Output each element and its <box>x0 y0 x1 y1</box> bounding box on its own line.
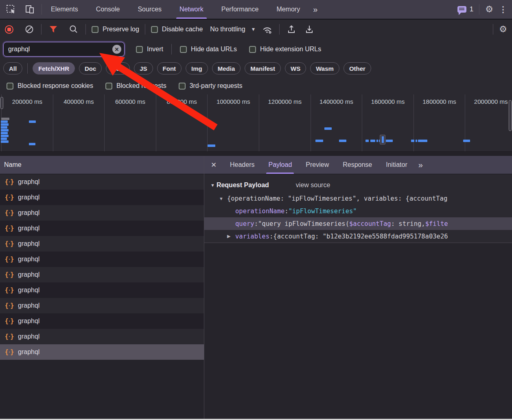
tab-network[interactable]: Network <box>171 0 212 19</box>
request-bar <box>208 144 215 147</box>
checkbox[interactable] <box>179 83 186 90</box>
filter-funnel-icon[interactable] <box>47 23 59 35</box>
search-icon[interactable] <box>68 23 80 35</box>
export-har-icon[interactable] <box>303 23 315 35</box>
request-bar <box>370 140 375 142</box>
json-icon-glyph: } <box>10 333 14 340</box>
toggle-blocked-requests[interactable]: Blocked requests <box>105 82 166 90</box>
clear-network-log-icon[interactable] <box>23 23 35 35</box>
request-list-panel: Name {·}graphql{·}graphql{·}graphql{·}gr… <box>0 156 204 419</box>
overview-right-handle[interactable] <box>509 100 512 131</box>
more-options-icon[interactable]: ⋮ <box>499 5 507 13</box>
close-icon[interactable]: ✕ <box>204 156 223 174</box>
name-column-header[interactable]: Name <box>0 156 204 174</box>
toggle-blocked-response-cookies[interactable]: Blocked response cookies <box>7 82 93 90</box>
json-icon: {·} <box>5 317 14 325</box>
tab-response[interactable]: Response <box>336 156 379 174</box>
request-payload-header[interactable]: ▼ Request Payload view source <box>204 178 512 192</box>
tab-sources[interactable]: Sources <box>129 0 171 19</box>
filter-chip-media[interactable]: Media <box>212 62 241 74</box>
more-detail-tabs-icon[interactable]: » <box>414 156 426 174</box>
filter-chip-ws[interactable]: WS <box>285 62 306 74</box>
hide-data-urls-toggle[interactable]: Hide data URLs <box>180 46 237 53</box>
table-row[interactable]: {·}graphql <box>0 298 204 313</box>
disclosure-down-icon[interactable]: ▼ <box>210 183 215 188</box>
payload-row[interactable]: query: "query ipFlowTimeseries($accountT… <box>204 217 512 230</box>
filter-chip-all[interactable]: All <box>3 62 22 74</box>
import-har-icon[interactable] <box>285 23 298 35</box>
clear-filter-icon[interactable]: ✕ <box>112 45 121 54</box>
checkbox[interactable] <box>136 46 143 53</box>
payload-row[interactable]: operationName: "ipFlowTimeseries" <box>204 205 512 217</box>
table-row[interactable]: {·}graphql <box>0 236 204 252</box>
tab-initiator[interactable]: Initiator <box>379 156 414 174</box>
extra-filters-row: Blocked response cookiesBlocked requests… <box>0 77 512 94</box>
request-name: graphql <box>18 194 39 201</box>
request-bar <box>1 138 7 140</box>
table-row[interactable]: {·}graphql <box>0 221 204 236</box>
filter-input[interactable] <box>3 42 125 57</box>
disclosure-icon[interactable]: ▶ <box>227 234 235 239</box>
tab-headers[interactable]: Headers <box>223 156 261 174</box>
filter-chip-other[interactable]: Other <box>344 62 371 74</box>
tab-console[interactable]: Console <box>87 0 129 19</box>
checkbox[interactable] <box>92 26 98 33</box>
payload-text: operationName <box>235 208 284 215</box>
filter-chip-fetch-xhr[interactable]: Fetch/XHR <box>33 62 75 74</box>
tab-memory[interactable]: Memory <box>267 0 309 19</box>
filter-chip-css[interactable]: CSS <box>106 62 130 74</box>
checkbox[interactable] <box>151 26 158 33</box>
filter-chip-img[interactable]: Img <box>186 62 208 74</box>
inspect-element-icon[interactable] <box>5 3 17 15</box>
device-toolbar-icon[interactable] <box>24 3 36 15</box>
request-name: graphql <box>18 271 39 278</box>
filter-chip-font[interactable]: Font <box>157 62 182 74</box>
more-tabs-icon[interactable]: » <box>309 0 321 19</box>
filter-chip-js[interactable]: JS <box>134 62 153 74</box>
checkbox[interactable] <box>7 83 13 90</box>
request-name: graphql <box>18 287 39 294</box>
checkbox[interactable] <box>105 83 112 90</box>
view-source-link[interactable]: view source <box>296 182 330 189</box>
overview-left-handle[interactable] <box>0 97 3 109</box>
checkbox[interactable] <box>180 46 187 53</box>
network-settings-gear-icon[interactable]: ⚙ <box>499 25 507 34</box>
tab-performance[interactable]: Performance <box>212 0 268 19</box>
checkbox[interactable] <box>249 46 256 53</box>
toggle-3rd-party-requests[interactable]: 3rd-party requests <box>179 82 243 90</box>
hide-extension-urls-toggle[interactable]: Hide extension URLs <box>249 46 321 53</box>
table-row[interactable]: {·}graphql <box>0 344 204 360</box>
disable-cache-toggle[interactable]: Disable cache <box>151 26 203 33</box>
table-row[interactable]: {·}graphql <box>0 190 204 205</box>
filter-chip-manifest[interactable]: Manifest <box>245 62 281 74</box>
json-icon-glyph: } <box>10 240 14 247</box>
settings-gear-icon[interactable]: ⚙ <box>485 5 493 14</box>
issues-count: 1 <box>470 5 473 13</box>
filter-chip-doc[interactable]: Doc <box>79 62 102 74</box>
tab-elements[interactable]: Elements <box>42 0 87 19</box>
table-row[interactable]: {·}graphql <box>0 313 204 329</box>
table-row[interactable]: {·}graphql <box>0 329 204 344</box>
payload-text: {operationName: "ipFlowTimeseries", vari… <box>227 195 447 202</box>
table-row[interactable]: {·}graphql <box>0 252 204 267</box>
network-overview-timeline[interactable]: 200000 ms400000 ms600000 ms800000 ms1000… <box>0 94 512 151</box>
record-network-log-icon[interactable] <box>5 25 13 34</box>
table-row[interactable]: {·}graphql <box>0 205 204 221</box>
table-row[interactable]: {·}graphql <box>0 174 204 190</box>
issues-message-icon[interactable] <box>457 6 466 13</box>
payload-row[interactable]: ▶variables: {accountTag: "b12e3b2192ee55… <box>204 230 512 243</box>
payload-row[interactable]: ▼{operationName: "ipFlowTimeseries", var… <box>204 192 512 205</box>
divider <box>27 63 28 74</box>
invert-toggle[interactable]: Invert <box>136 46 163 53</box>
preserve-log-toggle[interactable]: Preserve log <box>92 26 139 33</box>
tab-payload[interactable]: Payload <box>261 156 299 174</box>
network-conditions-icon[interactable] <box>261 23 274 35</box>
tab-preview[interactable]: Preview <box>299 156 336 174</box>
disclosure-icon[interactable]: ▼ <box>219 196 227 201</box>
throttling-dropdown[interactable]: No throttling ▼ <box>210 26 256 33</box>
filter-chip-wasm[interactable]: Wasm <box>310 62 339 74</box>
json-icon-glyph: } <box>10 178 14 186</box>
table-row[interactable]: {·}graphql <box>0 282 204 298</box>
divider <box>41 24 42 35</box>
table-row[interactable]: {·}graphql <box>0 267 204 282</box>
